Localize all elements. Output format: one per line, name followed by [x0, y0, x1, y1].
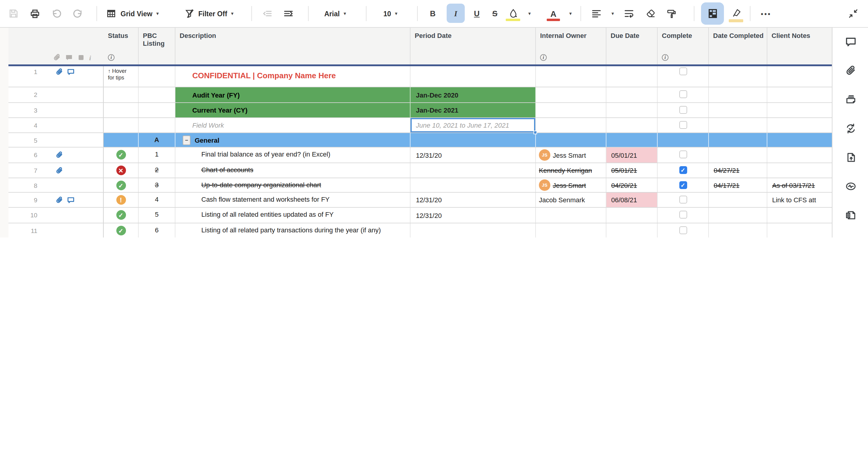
cell-description[interactable]: Listing of all related party transaction… [176, 223, 410, 238]
cell-status[interactable]: ↑ Hover for tips [104, 64, 138, 87]
attachments-panel-button[interactable] [844, 64, 857, 76]
cell-client-notes[interactable] [767, 208, 832, 223]
cell-internal-owner[interactable] [536, 208, 607, 223]
cell-status[interactable]: ✓ [104, 208, 138, 223]
cell-complete[interactable]: ✓ [658, 178, 709, 192]
column-header-complete[interactable]: Complete i [658, 27, 709, 64]
cell-pbc-listing[interactable]: 1 [138, 147, 176, 163]
cell-pbc-listing[interactable]: 6 [138, 223, 176, 238]
cell-internal-owner[interactable]: Jacob Senmark [536, 193, 607, 207]
cell-pbc-listing[interactable] [138, 64, 176, 87]
cell-status[interactable]: ✕ [104, 163, 138, 178]
cell-internal-owner[interactable] [536, 64, 607, 87]
more-options-button[interactable]: ••• [757, 0, 775, 27]
cell-due-date[interactable] [607, 118, 658, 132]
cell-description[interactable]: −General [176, 133, 410, 147]
column-header-description[interactable]: Description [176, 27, 410, 64]
cell-complete[interactable] [658, 133, 709, 147]
fill-color-button[interactable] [505, 0, 521, 27]
cell-period-date[interactable]: June 10, 2021 to June 17, 2021 [410, 118, 536, 132]
font-family-selector[interactable]: Arial ▼ [324, 0, 347, 27]
complete-checkbox[interactable] [679, 67, 687, 75]
comment-icon[interactable] [67, 67, 75, 87]
cell-date-completed[interactable]: 04/17/21 [709, 178, 767, 192]
cell-pbc-listing[interactable] [138, 87, 176, 102]
cell-period-date[interactable] [410, 178, 536, 192]
cell-date-completed[interactable]: 04/27/21 [709, 163, 767, 178]
collapse-toolbar-button[interactable] [844, 0, 862, 27]
complete-checkbox[interactable] [679, 211, 687, 218]
row-number[interactable]: 3 [8, 103, 46, 117]
attachment-icon[interactable] [56, 196, 63, 207]
column-header-date-completed[interactable]: Date Completed [709, 27, 767, 64]
comment-column-icon[interactable] [65, 54, 73, 61]
publish-panel-button[interactable] [844, 151, 857, 163]
cell-date-completed[interactable] [709, 118, 767, 132]
row-number[interactable]: 9 [8, 193, 46, 207]
complete-checkbox[interactable] [679, 196, 687, 203]
cell-description[interactable]: CONFIDENTIAL | Company Name Here [176, 64, 410, 87]
cell-due-date[interactable] [607, 64, 658, 87]
cell-internal-owner[interactable]: JSJess Smart [536, 147, 607, 163]
cell-date-completed[interactable] [709, 64, 767, 87]
cell-pbc-listing[interactable]: A [138, 133, 176, 147]
indent-button[interactable] [280, 0, 296, 27]
complete-checkbox[interactable]: ✓ [679, 166, 687, 174]
cell-due-date[interactable] [607, 208, 658, 223]
update-requests-panel-button[interactable] [844, 122, 857, 134]
cell-date-completed[interactable] [709, 103, 767, 117]
cell-client-notes[interactable] [767, 147, 832, 163]
bold-button[interactable]: B [425, 0, 441, 27]
column-header-internal-owner[interactable]: Internal Owner i [536, 27, 607, 64]
row-number[interactable]: 8 [8, 178, 46, 192]
cell-client-notes[interactable]: Link to CFS att [767, 193, 832, 207]
cell-complete[interactable] [658, 208, 709, 223]
cell-period-date[interactable] [410, 64, 536, 87]
cell-period-date[interactable] [410, 163, 536, 178]
activity-log-panel-button[interactable] [844, 180, 857, 192]
cell-status[interactable]: ! [104, 193, 138, 207]
view-selector[interactable]: Grid View ▼ [106, 0, 160, 27]
cell-status[interactable] [104, 103, 138, 117]
column-header-client-notes[interactable]: Client Notes [767, 27, 832, 64]
complete-checkbox[interactable] [679, 226, 687, 234]
sheet-summary-panel-button[interactable] [844, 209, 857, 221]
cell-complete[interactable] [658, 103, 709, 117]
cell-due-date[interactable]: 06/08/21 [607, 193, 658, 207]
proof-column-icon[interactable] [77, 54, 85, 61]
font-size-selector[interactable]: 10 ▼ [383, 0, 398, 27]
cell-fill-handle[interactable] [533, 131, 537, 134]
info-icon[interactable]: i [540, 54, 547, 61]
comment-icon[interactable] [67, 196, 75, 207]
cell-due-date[interactable] [607, 133, 658, 147]
attachment-column-icon[interactable] [53, 54, 61, 61]
italic-button[interactable]: I [447, 9, 465, 19]
cell-status[interactable] [104, 133, 138, 147]
row-number[interactable]: 7 [8, 163, 46, 178]
cell-complete[interactable]: ✓ [658, 163, 709, 178]
font-color-dropdown[interactable]: ▼ [564, 0, 574, 27]
cell-due-date[interactable] [607, 87, 658, 102]
cell-internal-owner[interactable]: Kennedy Kerrigan [536, 163, 607, 178]
cell-status[interactable]: ✓ [104, 147, 138, 163]
column-header-pbc-listing[interactable]: PBC Listing [138, 27, 176, 64]
cell-description[interactable]: Field Work [176, 118, 410, 132]
cell-internal-owner[interactable] [536, 103, 607, 117]
cell-description[interactable]: Chart of accounts [176, 163, 410, 178]
column-header-status[interactable]: Status i [104, 27, 138, 64]
row-number[interactable]: 11 [8, 223, 46, 238]
cell-status[interactable]: ✓ [104, 178, 138, 192]
cell-status[interactable] [104, 118, 138, 132]
clear-format-button[interactable] [643, 0, 658, 27]
row-number[interactable]: 4 [8, 118, 46, 132]
column-header-due-date[interactable]: Due Date [607, 27, 658, 64]
cell-pbc-listing[interactable]: 2 [138, 163, 176, 178]
cell-due-date[interactable]: 04/20/21 [607, 178, 658, 192]
cell-date-completed[interactable] [709, 87, 767, 102]
cell-period-date[interactable]: 12/31/20 [410, 208, 536, 223]
row-number[interactable]: 5 [8, 133, 46, 147]
cell-client-notes[interactable] [767, 223, 832, 238]
cell-client-notes[interactable] [767, 87, 832, 102]
cell-internal-owner[interactable] [536, 118, 607, 132]
attachment-icon[interactable] [56, 166, 63, 178]
